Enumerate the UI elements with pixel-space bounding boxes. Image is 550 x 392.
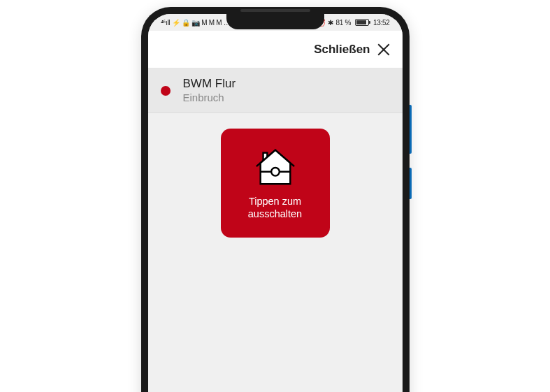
status-left: ⁴⁶ıll ⚡ 🔒 📷 M M M … (161, 19, 231, 27)
svg-point-2 (271, 168, 280, 176)
close-button[interactable]: Schließen (314, 43, 389, 57)
phone-frame: ⁴⁶ıll ⚡ 🔒 📷 M M M … 👁 ℕ ⏰ ✱ 81 % 13:52 S… (141, 7, 410, 392)
alarm-subtitle: Einbruch (183, 92, 236, 104)
content-area: Tippen zum ausschalten (148, 113, 403, 253)
alarm-title: BWM Flur (183, 77, 236, 91)
earpiece (240, 9, 310, 12)
house-icon (254, 146, 297, 189)
signal-icons: ⁴⁶ıll ⚡ 🔒 📷 M M M … (161, 19, 231, 27)
close-label: Schließen (314, 43, 370, 57)
phone-screen: ⁴⁶ıll ⚡ 🔒 📷 M M M … 👁 ℕ ⏰ ✱ 81 % 13:52 S… (148, 14, 403, 392)
power-button (410, 168, 412, 199)
volume-button (410, 105, 412, 154)
header-bar: Schließen (148, 31, 403, 68)
close-icon (377, 43, 390, 56)
battery-icon (355, 19, 369, 26)
status-indicator-icon (161, 86, 171, 96)
alarm-text: BWM Flur Einbruch (183, 77, 236, 103)
disarm-button[interactable]: Tippen zum ausschalten (221, 129, 330, 238)
battery-percent: 81 % (335, 19, 351, 27)
clock: 13:52 (373, 19, 390, 27)
disarm-button-label: Tippen zum ausschalten (248, 195, 302, 220)
notch (226, 14, 324, 29)
alarm-list-item[interactable]: BWM Flur Einbruch (148, 68, 403, 113)
